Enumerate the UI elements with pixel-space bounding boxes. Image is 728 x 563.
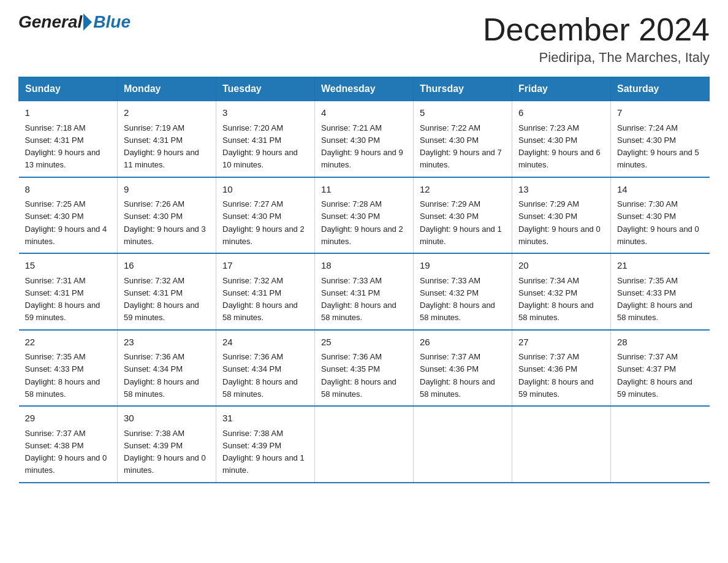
calendar-cell: 20Sunrise: 7:34 AMSunset: 4:32 PMDayligh…: [512, 253, 611, 330]
logo: General Blue: [18, 12, 131, 32]
day-info: Sunrise: 7:36 AMSunset: 4:34 PMDaylight:…: [222, 352, 298, 399]
day-info: Sunrise: 7:23 AMSunset: 4:30 PMDaylight:…: [518, 123, 601, 170]
day-number: 16: [124, 259, 210, 273]
day-number: 30: [124, 412, 210, 426]
calendar-cell: 29Sunrise: 7:37 AMSunset: 4:38 PMDayligh…: [19, 406, 118, 483]
calendar-cell: 17Sunrise: 7:32 AMSunset: 4:31 PMDayligh…: [216, 253, 315, 330]
day-number: 1: [25, 106, 112, 120]
calendar-cell: 5Sunrise: 7:22 AMSunset: 4:30 PMDaylight…: [414, 101, 512, 177]
calendar-cell: 1Sunrise: 7:18 AMSunset: 4:31 PMDaylight…: [19, 101, 118, 177]
calendar-cell: 21Sunrise: 7:35 AMSunset: 4:33 PMDayligh…: [611, 253, 710, 330]
day-number: 19: [420, 259, 506, 273]
day-number: 7: [617, 106, 703, 120]
day-number: 18: [321, 259, 407, 273]
calendar-cell: [414, 406, 512, 483]
day-info: Sunrise: 7:29 AMSunset: 4:30 PMDaylight:…: [420, 199, 502, 246]
day-number: 5: [420, 106, 506, 120]
day-number: 10: [222, 183, 308, 197]
calendar-cell: [512, 406, 611, 483]
day-number: 9: [124, 183, 210, 197]
day-info: Sunrise: 7:36 AMSunset: 4:35 PMDaylight:…: [321, 352, 396, 399]
day-info: Sunrise: 7:32 AMSunset: 4:31 PMDaylight:…: [222, 276, 298, 323]
calendar-cell: 24Sunrise: 7:36 AMSunset: 4:34 PMDayligh…: [216, 330, 315, 407]
calendar-cell: 8Sunrise: 7:25 AMSunset: 4:30 PMDaylight…: [19, 177, 118, 254]
week-row-3: 15Sunrise: 7:31 AMSunset: 4:31 PMDayligh…: [19, 253, 710, 330]
calendar-cell: 11Sunrise: 7:28 AMSunset: 4:30 PMDayligh…: [315, 177, 414, 254]
day-info: Sunrise: 7:31 AMSunset: 4:31 PMDaylight:…: [25, 276, 100, 323]
calendar-header-row: SundayMondayTuesdayWednesdayThursdayFrid…: [19, 77, 710, 101]
day-info: Sunrise: 7:34 AMSunset: 4:32 PMDaylight:…: [518, 276, 594, 323]
day-number: 26: [420, 335, 506, 350]
day-number: 20: [518, 259, 604, 273]
calendar-cell: 3Sunrise: 7:20 AMSunset: 4:31 PMDaylight…: [216, 101, 315, 177]
header-saturday: Saturday: [611, 77, 710, 101]
page-header: General Blue December 2024 Piediripa, Th…: [18, 12, 710, 66]
calendar-cell: 28Sunrise: 7:37 AMSunset: 4:37 PMDayligh…: [611, 330, 710, 407]
day-number: 27: [518, 335, 604, 350]
logo-arrow-icon: [83, 13, 92, 31]
calendar-cell: 18Sunrise: 7:33 AMSunset: 4:31 PMDayligh…: [315, 253, 414, 330]
calendar-cell: 10Sunrise: 7:27 AMSunset: 4:30 PMDayligh…: [216, 177, 315, 254]
day-info: Sunrise: 7:19 AMSunset: 4:31 PMDaylight:…: [124, 123, 199, 170]
day-number: 6: [518, 106, 604, 120]
day-info: Sunrise: 7:35 AMSunset: 4:33 PMDaylight:…: [25, 352, 100, 399]
day-number: 23: [124, 335, 210, 350]
day-info: Sunrise: 7:25 AMSunset: 4:30 PMDaylight:…: [25, 199, 107, 246]
week-row-2: 8Sunrise: 7:25 AMSunset: 4:30 PMDaylight…: [19, 177, 710, 254]
day-info: Sunrise: 7:37 AMSunset: 4:36 PMDaylight:…: [420, 352, 495, 399]
day-info: Sunrise: 7:21 AMSunset: 4:30 PMDaylight:…: [321, 123, 403, 170]
calendar-cell: 30Sunrise: 7:38 AMSunset: 4:39 PMDayligh…: [118, 406, 216, 483]
day-number: 31: [222, 412, 308, 426]
day-number: 24: [222, 335, 308, 350]
header-tuesday: Tuesday: [216, 77, 315, 101]
calendar-cell: 27Sunrise: 7:37 AMSunset: 4:36 PMDayligh…: [512, 330, 611, 407]
day-info: Sunrise: 7:18 AMSunset: 4:31 PMDaylight:…: [25, 123, 100, 170]
calendar-cell: 23Sunrise: 7:36 AMSunset: 4:34 PMDayligh…: [118, 330, 216, 407]
location-title: Piediripa, The Marches, Italy: [483, 50, 710, 66]
logo-blue-text: Blue: [93, 12, 131, 32]
day-info: Sunrise: 7:32 AMSunset: 4:31 PMDaylight:…: [124, 276, 199, 323]
day-info: Sunrise: 7:37 AMSunset: 4:37 PMDaylight:…: [617, 352, 692, 399]
day-number: 29: [25, 412, 112, 426]
calendar-cell: 31Sunrise: 7:38 AMSunset: 4:39 PMDayligh…: [216, 406, 315, 483]
day-number: 25: [321, 335, 407, 350]
logo-general-text: General: [18, 12, 82, 32]
day-info: Sunrise: 7:33 AMSunset: 4:31 PMDaylight:…: [321, 276, 396, 323]
day-info: Sunrise: 7:37 AMSunset: 4:38 PMDaylight:…: [25, 429, 107, 475]
day-number: 17: [222, 259, 308, 273]
day-info: Sunrise: 7:26 AMSunset: 4:30 PMDaylight:…: [124, 199, 206, 246]
header-sunday: Sunday: [19, 77, 118, 101]
day-number: 21: [617, 259, 703, 273]
calendar-cell: [315, 406, 414, 483]
day-info: Sunrise: 7:30 AMSunset: 4:30 PMDaylight:…: [617, 199, 699, 246]
header-wednesday: Wednesday: [315, 77, 414, 101]
calendar-cell: 6Sunrise: 7:23 AMSunset: 4:30 PMDaylight…: [512, 101, 611, 177]
calendar-cell: 9Sunrise: 7:26 AMSunset: 4:30 PMDaylight…: [118, 177, 216, 254]
header-friday: Friday: [512, 77, 611, 101]
calendar-cell: 19Sunrise: 7:33 AMSunset: 4:32 PMDayligh…: [414, 253, 512, 330]
day-info: Sunrise: 7:28 AMSunset: 4:30 PMDaylight:…: [321, 199, 403, 246]
calendar-cell: 13Sunrise: 7:29 AMSunset: 4:30 PMDayligh…: [512, 177, 611, 254]
day-info: Sunrise: 7:38 AMSunset: 4:39 PMDaylight:…: [222, 429, 305, 475]
day-number: 15: [25, 259, 112, 273]
day-number: 13: [518, 183, 604, 197]
day-info: Sunrise: 7:24 AMSunset: 4:30 PMDaylight:…: [617, 123, 699, 170]
header-monday: Monday: [118, 77, 216, 101]
day-info: Sunrise: 7:36 AMSunset: 4:34 PMDaylight:…: [124, 352, 199, 399]
day-number: 14: [617, 183, 703, 197]
logo-area: General Blue: [18, 12, 131, 32]
calendar-cell: 4Sunrise: 7:21 AMSunset: 4:30 PMDaylight…: [315, 101, 414, 177]
calendar-cell: 7Sunrise: 7:24 AMSunset: 4:30 PMDaylight…: [611, 101, 710, 177]
calendar-cell: 15Sunrise: 7:31 AMSunset: 4:31 PMDayligh…: [19, 253, 118, 330]
day-info: Sunrise: 7:38 AMSunset: 4:39 PMDaylight:…: [124, 429, 206, 475]
month-title: December 2024: [483, 12, 710, 47]
calendar-cell: 12Sunrise: 7:29 AMSunset: 4:30 PMDayligh…: [414, 177, 512, 254]
calendar-cell: 14Sunrise: 7:30 AMSunset: 4:30 PMDayligh…: [611, 177, 710, 254]
day-number: 28: [617, 335, 703, 350]
week-row-5: 29Sunrise: 7:37 AMSunset: 4:38 PMDayligh…: [19, 406, 710, 483]
day-info: Sunrise: 7:29 AMSunset: 4:30 PMDaylight:…: [518, 199, 601, 246]
day-info: Sunrise: 7:37 AMSunset: 4:36 PMDaylight:…: [518, 352, 594, 399]
day-number: 22: [25, 335, 112, 350]
day-number: 2: [124, 106, 210, 120]
calendar-cell: 26Sunrise: 7:37 AMSunset: 4:36 PMDayligh…: [414, 330, 512, 407]
